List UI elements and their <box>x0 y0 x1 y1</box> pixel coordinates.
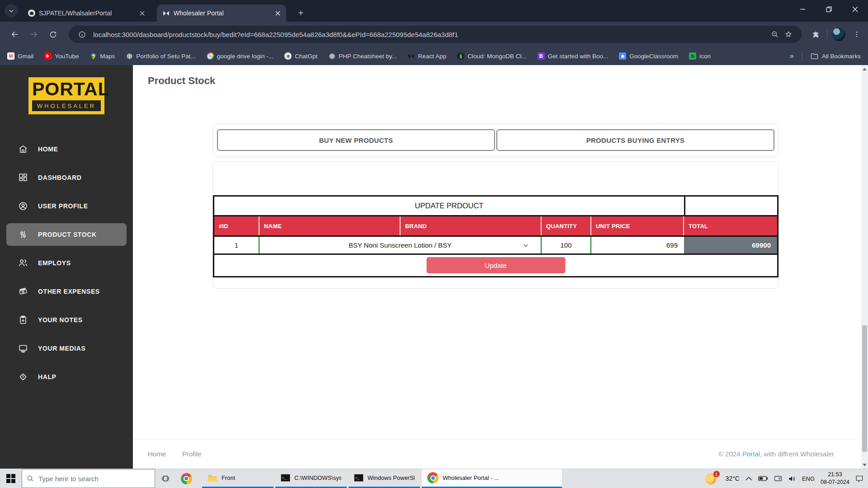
gmail-icon <box>7 52 14 60</box>
products-buying-entrys-button[interactable]: PRODUCTS BUYING ENTRYS <box>496 129 774 151</box>
start-button[interactable] <box>0 469 22 488</box>
bookmark-react-app[interactable]: React App <box>408 52 446 60</box>
sidebar-item-home[interactable]: HOME <box>6 138 127 160</box>
battery-icon[interactable] <box>758 476 768 481</box>
tab-search-button[interactable] <box>5 4 18 18</box>
bookmark-youtube[interactable]: YouTube <box>44 52 79 60</box>
sidebar-item-product-stock[interactable]: PRODUCT STOCK <box>6 223 127 246</box>
bookmark-maps[interactable]: Maps <box>90 52 115 60</box>
back-button[interactable] <box>7 27 23 42</box>
sidebar-item-your-notes[interactable]: YOUR NOTES <box>6 309 127 331</box>
browser-tabstrip: SJPATEL/WhalsalerPortal Wholesaler Porta… <box>0 0 868 22</box>
powershell-icon: >_ <box>354 474 363 482</box>
update-button[interactable]: Update <box>426 257 565 273</box>
cell-total: 69900 <box>684 237 777 253</box>
react-icon <box>162 9 170 17</box>
divider <box>827 30 827 39</box>
github-icon <box>28 9 35 17</box>
profile-avatar[interactable] <box>832 28 845 41</box>
bookmark-icon-site[interactable]: bicon <box>689 52 711 60</box>
taskbar-clock[interactable]: 21:53 08-07-2024 <box>821 471 849 486</box>
stock-tabs-card: BUY NEW PRODUCTS PRODUCTS BUYING ENTRYS <box>212 123 779 157</box>
language-indicator[interactable]: ENG <box>802 475 815 482</box>
sidebar-item-your-medias[interactable]: YOUR MEDIAS <box>6 337 127 360</box>
bookmark-google-classroom[interactable]: GoogleClassroom <box>619 52 678 60</box>
bookmark-php-cheatsheet[interactable]: PHP Cheatsheet by... <box>328 52 397 60</box>
people-icon <box>18 258 28 268</box>
bookmark-chatgpt[interactable]: ChatGpt <box>284 52 317 60</box>
new-tab-button[interactable] <box>294 6 307 19</box>
close-button[interactable] <box>842 0 868 18</box>
cell-unit-price: 699 <box>591 237 684 253</box>
cmd-icon: >_ <box>281 474 290 482</box>
scrollbar-thumb[interactable] <box>862 325 867 452</box>
bookmark-mongodb[interactable]: Cloud: MongoDB Cl... <box>457 52 527 60</box>
sidebar-item-other-expenses[interactable]: OTHER EXPENSES <box>6 280 127 303</box>
bookmark-bootstrap[interactable]: BGet started with Boo... <box>538 52 609 60</box>
page-footer: Home Profile © 2024 Portal, with diffren… <box>133 439 861 469</box>
sidebar-item-employs[interactable]: EMPLOYS <box>6 252 127 274</box>
browser-tab-github[interactable]: SJPATEL/WhalsalerPortal <box>22 5 151 22</box>
user-icon <box>18 201 28 211</box>
taskbar-app-powershell[interactable]: >_ Windows PowerShell <box>349 469 420 488</box>
table-title-empty-cell <box>684 197 777 215</box>
screen-cast-icon[interactable] <box>774 475 782 482</box>
sidebar-item-dashboard[interactable]: DASHBOARD <box>6 166 127 189</box>
notes-icon <box>18 315 28 325</box>
portal-link[interactable]: Portal <box>742 450 760 458</box>
search-input[interactable] <box>38 475 138 483</box>
minimize-button[interactable] <box>789 0 816 18</box>
product-select-value: BSY Noni Sunscreen Lotion / BSY <box>349 241 452 249</box>
zoom-out-icon[interactable] <box>768 28 782 41</box>
mongodb-icon <box>457 52 464 60</box>
extensions-puzzle-icon[interactable] <box>809 28 822 41</box>
url-text[interactable]: localhost:3000/dasboard/productstock/buy… <box>93 31 768 38</box>
browser-tab-wholesaler-portal[interactable]: Wholesaler Portal <box>157 5 286 22</box>
header-quantity: QUANTITY <box>542 216 591 235</box>
taskbar-app-front[interactable]: Front <box>202 469 274 488</box>
quantity-input[interactable] <box>542 237 590 253</box>
forward-button[interactable] <box>26 27 42 42</box>
product-select[interactable]: BSY Noni Sunscreen Lotion / BSY <box>259 237 542 253</box>
folder-icon <box>811 53 818 60</box>
volume-icon[interactable] <box>788 475 796 482</box>
temperature[interactable]: 32°C <box>726 475 740 482</box>
tab-close-icon[interactable] <box>138 9 146 17</box>
money-icon <box>18 286 28 296</box>
vertical-scrollbar[interactable] <box>861 65 868 469</box>
weather-button[interactable]: 1 <box>705 472 720 485</box>
svg-text:?: ? <box>22 375 24 379</box>
task-view-button[interactable] <box>155 469 176 488</box>
globe-icon <box>126 52 133 60</box>
footer-link-profile[interactable]: Profile <box>182 450 202 458</box>
system-tray: 1 32°C ENG 21:53 08-07-2024 <box>705 469 868 488</box>
stock-sliders-icon <box>18 230 28 239</box>
globe-icon <box>328 52 335 60</box>
restore-button[interactable] <box>816 0 842 18</box>
buy-new-products-button[interactable]: BUY NEW PRODUCTS <box>217 129 495 151</box>
notification-center-icon[interactable] <box>855 475 863 483</box>
footer-link-home[interactable]: Home <box>148 450 166 458</box>
bookmark-gmail[interactable]: Gmail <box>7 52 33 60</box>
sidebar-item-halp[interactable]: ? HALP <box>6 366 127 388</box>
tab-close-icon[interactable] <box>274 9 282 17</box>
taskbar-app-wholesaler-portal[interactable]: Wholesaler Portal - ... <box>422 469 562 488</box>
taskbar-search[interactable] <box>22 469 155 488</box>
all-bookmarks-button[interactable]: All Bookmarks <box>811 53 861 60</box>
sidebar: PORTAL WHOLESALER HOME DASHBOARD USER PR… <box>0 65 133 469</box>
bookmark-google-drive[interactable]: google drive login -... <box>207 52 274 60</box>
browser-menu-icon[interactable] <box>850 28 863 41</box>
bookmarks-overflow-chevron[interactable]: » <box>790 52 794 60</box>
site-info-icon[interactable] <box>75 28 89 41</box>
sidebar-item-user-profile[interactable]: USER PROFILE <box>6 195 127 217</box>
taskbar-app-cmd[interactable]: >_ C:\WINDOWS\syste... <box>275 469 347 488</box>
chrome-pinned-button[interactable] <box>176 469 197 488</box>
reload-button[interactable] <box>45 27 61 42</box>
bookmark-star-icon[interactable] <box>782 28 795 41</box>
scroll-up-arrow[interactable] <box>861 65 868 73</box>
address-bar[interactable]: localhost:3000/dasboard/productstock/buy… <box>69 26 802 43</box>
scroll-down-arrow[interactable] <box>861 461 868 469</box>
tray-chevron-up-icon[interactable] <box>745 476 752 481</box>
chevron-down-icon <box>8 8 14 14</box>
bookmark-portfolio[interactable]: Portfolio of Setu Pat... <box>126 52 195 60</box>
